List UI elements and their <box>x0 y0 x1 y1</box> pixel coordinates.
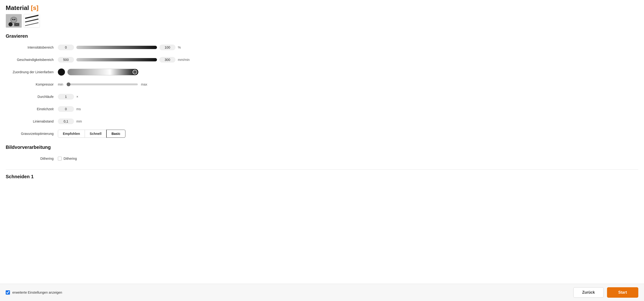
dithering-controls: Dithering <box>58 157 638 160</box>
cat-thumbnail[interactable] <box>6 14 22 28</box>
opt-buttons: Empfohlen Schnell Basic <box>58 130 125 138</box>
kompressor-max-label: max <box>141 82 147 86</box>
einstichzeit-input[interactable] <box>58 106 74 112</box>
einstichzeit-unit: ms <box>76 107 81 111</box>
page-title-s: [s] <box>31 4 38 11</box>
intensitaet-track <box>76 45 157 50</box>
dithering-row: Dithering Dithering <box>6 154 638 163</box>
intensitaet-max-input[interactable] <box>159 44 176 50</box>
geschwindigkeit-label: Geschwindigkeitsbereich <box>6 58 58 62</box>
gravieren-section: Gravieren Intensitätsbereich % Geschwind… <box>6 33 638 138</box>
opt-btn-schnell[interactable]: Schnell <box>85 130 106 138</box>
kompressor-min-label: min <box>58 82 63 86</box>
svg-point-3 <box>12 19 14 20</box>
bildvorverarbeitung-section: Bildvorverarbeitung Dithering Dithering <box>6 145 638 163</box>
kompressor-row: Kompressor min max <box>6 80 638 89</box>
dithering-checkbox-text: Dithering <box>64 157 77 160</box>
linienabstand-controls: mm <box>58 118 638 124</box>
intensitaet-min-input[interactable] <box>58 44 74 50</box>
dithering-checkbox-label[interactable]: Dithering <box>58 157 77 160</box>
section-divider <box>6 169 638 170</box>
footer-left: erweiterte Einstellungen anzeigen <box>6 290 62 295</box>
gravurzeit-label: Gravurzeitoptimierung <box>6 132 58 136</box>
schneiden-section: Schneiden 1 <box>6 174 638 179</box>
page-header: Material [s] <box>0 0 644 14</box>
intensitaet-label: Intensitätsbereich <box>6 45 58 49</box>
geschwindigkeit-track-bg <box>76 58 157 61</box>
intensitaet-controls: % <box>58 44 638 50</box>
einstichzeit-label: Einstichzeit <box>6 107 58 111</box>
thumbnail-row <box>6 14 638 28</box>
footer-bar: erweiterte Einstellungen anzeigen Zurück… <box>0 284 644 301</box>
intensitaet-track-bg <box>76 46 157 49</box>
main-content: Gravieren Intensitätsbereich % Geschwind… <box>0 14 644 284</box>
page-title: Material <box>6 4 29 11</box>
svg-point-4 <box>14 19 16 20</box>
lines-thumbnail[interactable] <box>24 14 40 28</box>
geschwindigkeit-row: Geschwindigkeitsbereich mm/min <box>6 55 638 64</box>
einstichzeit-controls: ms <box>58 106 638 112</box>
linienfarben-row: Zuordnung der Linienfarben <box>6 68 638 76</box>
durchlaufe-label: Durchläufe <box>6 95 58 99</box>
geschwindigkeit-max-input[interactable] <box>159 57 176 62</box>
color-assign-thumb <box>132 70 137 74</box>
svg-point-2 <box>12 17 16 22</box>
linienfarben-label: Zuordnung der Linienfarben <box>6 70 58 74</box>
intensitaet-row: Intensitätsbereich % <box>6 43 638 52</box>
kompressor-controls: min max <box>58 82 638 86</box>
advanced-settings-label: erweiterte Einstellungen anzeigen <box>12 291 62 294</box>
cat-icon <box>6 14 22 28</box>
kompressor-thumb <box>67 82 70 86</box>
schneiden-title: Schneiden 1 <box>6 174 638 179</box>
geschwindigkeit-unit: mm/min <box>178 58 190 62</box>
dithering-label: Dithering <box>6 156 58 161</box>
linienabstand-label: Linienabstand <box>6 119 58 123</box>
durchlaufe-row: Durchläufe × <box>6 92 638 101</box>
einstichzeit-row: Einstichzeit ms <box>6 105 638 113</box>
svg-point-5 <box>13 20 15 21</box>
geschwindigkeit-track <box>76 57 157 62</box>
lines-icon <box>24 14 40 28</box>
zuruck-button[interactable]: Zurück <box>573 287 604 298</box>
kompressor-label: Kompressor <box>6 82 58 86</box>
kompressor-slider[interactable] <box>67 83 138 85</box>
svg-point-8 <box>8 22 12 26</box>
durchlaufe-unit: × <box>76 95 78 99</box>
start-button[interactable]: Start <box>607 287 638 298</box>
gravurzeit-controls: Empfohlen Schnell Basic <box>58 130 638 138</box>
gravieren-title: Gravieren <box>6 33 638 39</box>
color-assign-track[interactable] <box>67 69 138 75</box>
linienabstand-unit: mm <box>76 119 82 123</box>
linienabstand-input[interactable] <box>58 118 74 124</box>
intensitaet-unit: % <box>178 45 181 49</box>
linienabstand-row: Linienabstand mm <box>6 117 638 126</box>
opt-btn-empfohlen[interactable]: Empfohlen <box>58 130 85 138</box>
opt-btn-basic[interactable]: Basic <box>106 130 125 138</box>
color-dot[interactable] <box>58 68 65 76</box>
linienfarben-controls <box>58 68 638 76</box>
dithering-checkbox[interactable] <box>58 157 62 160</box>
advanced-settings-checkbox[interactable] <box>6 290 10 295</box>
gravurzeit-row: Gravurzeitoptimierung Empfohlen Schnell … <box>6 129 638 138</box>
geschwindigkeit-min-input[interactable] <box>58 57 74 62</box>
bildvorverarbeitung-title: Bildvorverarbeitung <box>6 145 638 150</box>
durchlaufe-controls: × <box>58 94 638 100</box>
durchlaufe-input[interactable] <box>58 94 74 100</box>
geschwindigkeit-controls: mm/min <box>58 57 638 62</box>
footer-buttons: Zurück Start <box>573 287 638 298</box>
